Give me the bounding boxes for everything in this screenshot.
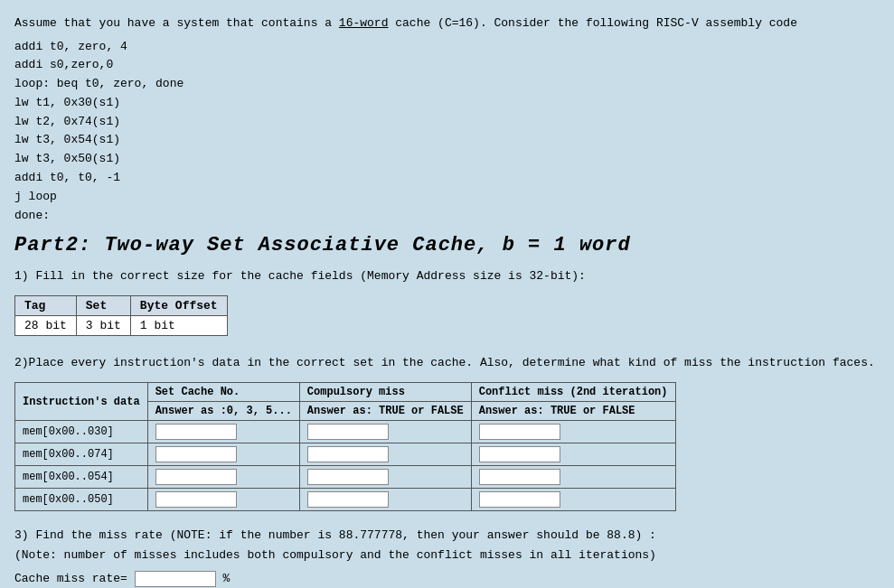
compulsory-input-4[interactable] [307,491,389,508]
code-line-9: j loop [14,188,880,207]
instruction-3: mem[0x00..054] [15,466,148,489]
conflict-cell-2[interactable] [471,443,675,466]
set-no-cell-2[interactable] [147,443,299,466]
data-table: Instruction's data Set Cache No. Compuls… [14,382,676,511]
conflict-cell-3[interactable] [471,466,675,489]
intro-paragraph: Assume that you have a system that conta… [14,14,880,33]
set-no-input-1[interactable] [155,424,237,440]
set-no-cell-3[interactable] [147,466,299,489]
col3-header-line1: Compulsory miss [299,383,471,402]
part-heading: Part2: Two-way Set Associative Cache, b … [14,234,880,257]
cache-header-set: Set [76,296,130,316]
col1-header: Instruction's data [15,383,148,421]
code-block: addi t0, zero, 4 addi s0,zero,0 loop: be… [14,38,880,226]
compulsory-input-1[interactable] [307,424,389,440]
intro-text-before: Assume that you have a system that conta… [14,16,339,30]
conflict-cell-1[interactable] [471,421,675,443]
compulsory-cell-4[interactable] [299,489,471,511]
code-line-10: done: [14,207,880,226]
question2: 2)Place every instruction's data in the … [14,354,880,373]
table-row: mem[0x00..074] [15,443,676,466]
compulsory-cell-1[interactable] [299,421,471,443]
miss-rate-section: 3) Find the miss rate (NOTE: if the numb… [14,526,880,588]
col3-header-line2: Answer as: TRUE or FALSE [299,402,471,421]
table-row: mem[0x00..050] [15,489,676,511]
code-line-6: lw t3, 0x54(s1) [14,131,880,150]
set-no-input-2[interactable] [155,446,237,462]
question3-line2: (Note: number of misses includes both co… [14,546,880,565]
miss-rate-input[interactable] [135,571,216,587]
question3-line1: 3) Find the miss rate (NOTE: if the numb… [14,526,880,546]
code-line-2: addi s0,zero,0 [14,56,880,75]
conflict-input-4[interactable] [479,491,560,508]
compulsory-input-3[interactable] [307,469,389,485]
col4-header-line2: Answer as: TRUE or FALSE [471,402,675,421]
cache-value-byte: 1 bit [130,316,227,336]
code-line-1: addi t0, zero, 4 [14,38,880,57]
compulsory-cell-3[interactable] [299,466,471,489]
compulsory-cell-2[interactable] [299,443,471,466]
conflict-cell-4[interactable] [471,489,675,511]
col2-header-line1: Set Cache No. [147,383,299,402]
table-row: mem[0x00..030] [15,421,676,443]
conflict-input-1[interactable] [479,424,560,440]
cache-header-byte: Byte Offset [130,296,227,316]
code-line-3: loop: beq t0, zero, done [14,75,880,94]
cache-value-set: 3 bit [76,316,130,336]
col4-header-line1: Conflict miss (2nd iteration) [471,383,675,402]
code-line-4: lw t1, 0x30(s1) [14,94,880,113]
code-line-5: lw t2, 0x74(s1) [14,113,880,132]
col2-header-line2: Answer as :0, 3, 5... [147,402,299,421]
intro-highlight: 16-word [339,16,389,30]
miss-rate-row: Cache miss rate= % [14,569,880,588]
instruction-1: mem[0x00..030] [15,421,148,443]
cache-fields-table: Tag Set Byte Offset 28 bit 3 bit 1 bit [14,295,228,336]
code-line-8: addi t0, t0, -1 [14,169,880,188]
set-no-cell-1[interactable] [147,421,299,443]
percent-label: % [222,572,230,585]
conflict-input-2[interactable] [479,446,560,462]
intro-text-after: cache (C=16). Consider the following RIS… [388,16,796,30]
cache-header-tag: Tag [15,296,77,316]
cache-value-tag: 28 bit [15,316,77,336]
set-no-input-3[interactable] [155,469,237,485]
set-no-input-4[interactable] [155,491,237,508]
question1: 1) Fill in the correct size for the cach… [14,267,880,286]
instruction-4: mem[0x00..050] [15,489,148,511]
compulsory-input-2[interactable] [307,446,389,462]
miss-rate-label: Cache miss rate= [14,572,127,585]
code-line-7: lw t3, 0x50(s1) [14,150,880,169]
table-row: mem[0x00..054] [15,466,676,489]
instruction-2: mem[0x00..074] [15,443,148,466]
conflict-input-3[interactable] [479,469,560,485]
set-no-cell-4[interactable] [147,489,299,511]
